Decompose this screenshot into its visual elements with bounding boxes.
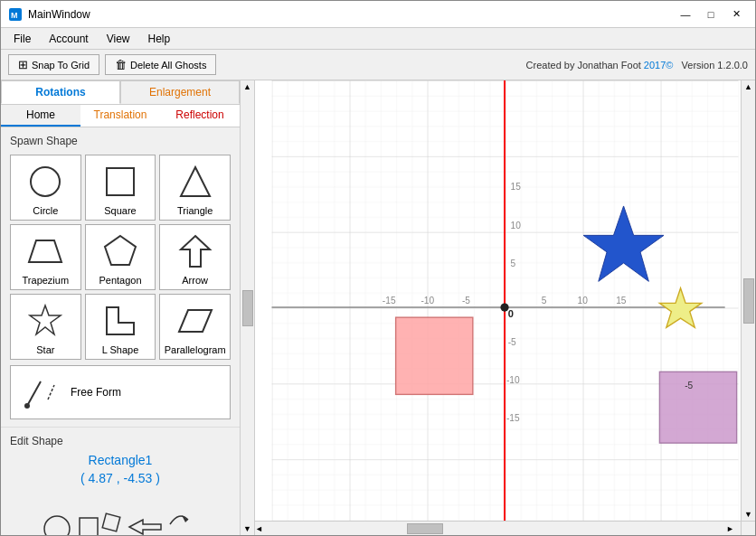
- svg-marker-17: [129, 520, 161, 534]
- scroll-right-up[interactable]: ▲: [744, 82, 752, 91]
- delete-icon: 🗑: [115, 58, 127, 71]
- canvas-area[interactable]: 5 10 15 -5 -10 -15 5 10 15 -5 -10 -15: [255, 80, 755, 535]
- spawn-square-button[interactable]: Square: [85, 155, 156, 221]
- svg-marker-4: [181, 167, 210, 196]
- menu-file[interactable]: File: [5, 31, 40, 47]
- app-icon: M: [8, 7, 23, 22]
- svg-marker-10: [179, 310, 212, 332]
- snap-icon: ⊞: [18, 58, 28, 71]
- tab-home[interactable]: Home: [1, 105, 80, 127]
- scroll-up-btn[interactable]: ▲: [243, 82, 251, 91]
- svg-rect-15: [80, 518, 98, 535]
- svg-text:5: 5: [511, 259, 516, 268]
- snap-to-grid-button[interactable]: ⊞ Snap To Grid: [8, 54, 99, 75]
- parallelogram-icon: [175, 300, 216, 342]
- scroll-right-down[interactable]: ▼: [744, 510, 752, 519]
- svg-text:10: 10: [578, 296, 589, 306]
- left-panel: Rotations Enlargement Home Translation R…: [1, 80, 241, 535]
- svg-marker-5: [29, 240, 61, 262]
- svg-line-11: [27, 381, 41, 406]
- svg-marker-8: [30, 306, 61, 334]
- svg-point-12: [24, 403, 30, 409]
- window-controls: — □ ✕: [674, 5, 748, 24]
- scroll-thumb-right[interactable]: [743, 278, 754, 324]
- spawn-circle-button[interactable]: Circle: [10, 155, 81, 221]
- svg-text:0: 0: [508, 308, 514, 319]
- edit-icons-row: [10, 493, 231, 535]
- spawn-lshape-button[interactable]: L Shape: [85, 294, 156, 360]
- close-button[interactable]: ✕: [724, 5, 748, 24]
- credit-year: 2017©: [644, 60, 674, 71]
- freeform-icon: [20, 371, 61, 413]
- star-icon: [24, 300, 66, 342]
- svg-rect-42: [396, 317, 473, 394]
- spawn-label: Spawn Shape: [10, 135, 231, 147]
- title-bar: M MainWindow — □ ✕: [1, 1, 755, 28]
- minimize-button[interactable]: —: [674, 5, 697, 24]
- edit-shape-name: Rectangle1: [10, 453, 231, 467]
- scroll-thumb-bottom[interactable]: [407, 523, 443, 534]
- menu-bar: File Account View Help: [1, 28, 755, 50]
- svg-point-14: [44, 516, 70, 535]
- scroll-bottom-left[interactable]: ◄: [255, 524, 269, 533]
- svg-text:10: 10: [511, 221, 522, 230]
- shape-grid: Circle Square: [10, 155, 231, 360]
- main-window: M MainWindow — □ ✕ File Account View Hel…: [0, 0, 756, 536]
- svg-text:-10: -10: [506, 375, 520, 385]
- edit-coords: ( 4.87 , -4.53 ): [10, 471, 231, 485]
- lshape-icon: [99, 300, 141, 342]
- window-title: MainWindow: [28, 8, 674, 21]
- spawn-freeform-button[interactable]: Free Form: [10, 365, 231, 419]
- pentagon-icon: [99, 230, 141, 272]
- left-scrollbar[interactable]: ▲ ▼: [241, 80, 255, 535]
- spawn-star-button[interactable]: Star: [10, 294, 81, 360]
- arrow-icon: [175, 230, 216, 272]
- scroll-thumb-left[interactable]: [242, 290, 253, 326]
- svg-rect-45: [659, 371, 736, 443]
- menu-view[interactable]: View: [98, 31, 139, 47]
- triangle-icon: [175, 161, 216, 202]
- square-icon: [99, 161, 141, 202]
- svg-text:5: 5: [542, 296, 547, 306]
- bottom-scrollbar[interactable]: ◄ ►: [255, 521, 741, 535]
- tab-rotations[interactable]: Rotations: [1, 80, 120, 104]
- svg-text:-15: -15: [383, 296, 396, 306]
- main-content: Rotations Enlargement Home Translation R…: [1, 80, 755, 535]
- right-scrollbar[interactable]: ▲ ▼: [741, 80, 755, 521]
- trapezium-icon: [24, 230, 66, 272]
- toolbar: ⊞ Snap To Grid 🗑 Delete All Ghosts Creat…: [1, 50, 755, 80]
- svg-text:15: 15: [616, 296, 627, 306]
- scroll-down-btn[interactable]: ▼: [243, 524, 251, 533]
- svg-line-13: [48, 385, 54, 400]
- spawn-parallelogram-button[interactable]: Parallelogram: [159, 294, 231, 360]
- tab-enlargement[interactable]: Enlargement: [120, 80, 240, 104]
- svg-rect-16: [102, 513, 120, 531]
- tabs-row1: Rotations Enlargement: [1, 80, 240, 105]
- tab-reflection[interactable]: Reflection: [160, 105, 240, 127]
- menu-account[interactable]: Account: [40, 31, 97, 47]
- svg-marker-7: [181, 236, 210, 267]
- spawn-trapezium-button[interactable]: Trapezium: [10, 224, 81, 290]
- svg-text:-5: -5: [462, 296, 470, 306]
- spawn-triangle-button[interactable]: Triangle: [159, 155, 231, 221]
- scroll-bottom-right[interactable]: ►: [726, 524, 741, 533]
- svg-text:M: M: [11, 11, 18, 20]
- tabs-row2: Home Translation Reflection: [1, 105, 240, 127]
- maximize-button[interactable]: □: [699, 5, 723, 24]
- tab-translation[interactable]: Translation: [80, 105, 160, 127]
- svg-text:-15: -15: [506, 413, 520, 423]
- spawn-pentagon-button[interactable]: Pentagon: [85, 224, 156, 290]
- svg-text:-10: -10: [421, 296, 434, 306]
- svg-marker-9: [107, 307, 134, 334]
- credit-text: Created by Jonathan Foot 2017© Version 1…: [526, 60, 748, 71]
- grid-svg: 5 10 15 -5 -10 -15 5 10 15 -5 -10 -15: [255, 80, 755, 535]
- svg-marker-6: [105, 236, 136, 265]
- edit-tools-illustration: [39, 493, 202, 535]
- menu-help[interactable]: Help: [139, 31, 180, 47]
- delete-all-ghosts-button[interactable]: 🗑 Delete All Ghosts: [105, 54, 216, 75]
- svg-rect-3: [107, 168, 134, 195]
- svg-point-2: [31, 167, 60, 196]
- edit-section: Edit Shape Rectangle1 ( 4.87 , -4.53 ): [1, 427, 240, 535]
- spawn-arrow-button[interactable]: Arrow: [159, 224, 231, 290]
- svg-text:-5: -5: [508, 337, 516, 347]
